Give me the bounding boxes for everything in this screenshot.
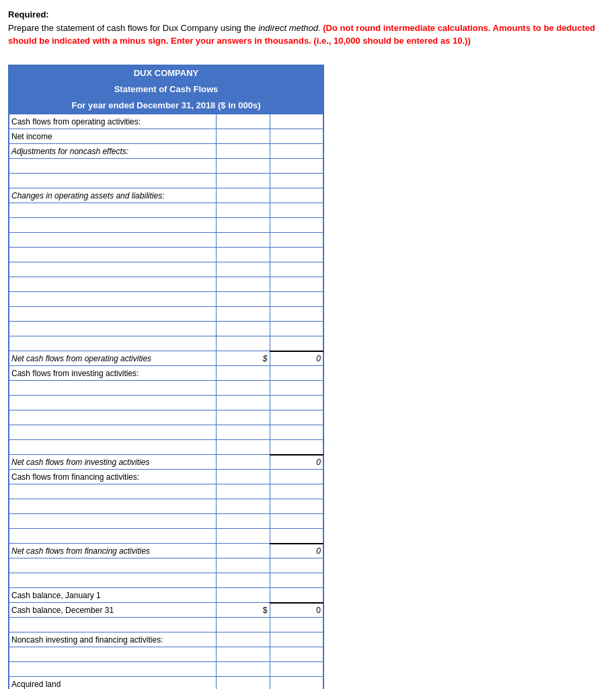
- changes-label-2[interactable]: [9, 218, 217, 233]
- adjustment-label-2[interactable]: [9, 174, 217, 188]
- cash-balance-jan-input[interactable]: [217, 588, 270, 603]
- financing-label-2[interactable]: [9, 499, 217, 514]
- acquired-land-input[interactable]: [217, 677, 270, 689]
- investing-header-input[interactable]: [217, 366, 270, 381]
- financing-input-3[interactable]: [217, 514, 270, 529]
- changes-label-9[interactable]: [9, 322, 217, 336]
- adjustment-label-field-2[interactable]: [11, 174, 214, 188]
- changes-input-8[interactable]: [217, 307, 270, 322]
- changes-field-3[interactable]: [219, 233, 267, 247]
- changes-input-3[interactable]: [217, 233, 270, 248]
- blank-val-1[interactable]: [219, 558, 267, 573]
- changes-label-field-2[interactable]: [11, 218, 214, 232]
- investing-input-2[interactable]: [217, 396, 270, 410]
- changes-label-3[interactable]: [9, 233, 217, 248]
- acquired-land-field[interactable]: [219, 677, 267, 689]
- changes-header-field[interactable]: [219, 188, 267, 203]
- financing-label-3[interactable]: [9, 514, 217, 529]
- changes-input-9[interactable]: [217, 322, 270, 336]
- blank-input-3[interactable]: [217, 618, 270, 632]
- changes-field-6[interactable]: [219, 277, 267, 291]
- changes-label-8[interactable]: [9, 307, 217, 322]
- financing-input-1[interactable]: [217, 484, 270, 499]
- changes-label-field-8[interactable]: [11, 307, 214, 321]
- changes-field-7[interactable]: [219, 292, 267, 306]
- changes-label-field-5[interactable]: [11, 262, 214, 277]
- changes-label-10[interactable]: [9, 336, 217, 351]
- operating-header-input1-field[interactable]: [219, 114, 267, 129]
- changes-input-7[interactable]: [217, 292, 270, 307]
- changes-label-field-1[interactable]: [11, 203, 214, 217]
- noncash-header-field[interactable]: [219, 632, 267, 647]
- financing-label-4[interactable]: [9, 529, 217, 544]
- financing-label-field-4[interactable]: [11, 529, 214, 543]
- adjustments-header-field[interactable]: [219, 144, 267, 158]
- adjustment-input-1[interactable]: [217, 159, 270, 174]
- cash-balance-jan-field[interactable]: [219, 588, 267, 602]
- blank-field-1[interactable]: [11, 558, 214, 573]
- financing-field-4[interactable]: [219, 529, 267, 543]
- changes-field-2[interactable]: [219, 218, 267, 232]
- changes-input-10[interactable]: [217, 336, 270, 351]
- investing-field-2[interactable]: [219, 396, 267, 410]
- investing-field-1[interactable]: [219, 381, 267, 395]
- financing-field-1[interactable]: [219, 484, 267, 499]
- noncash-label-1[interactable]: [9, 647, 217, 662]
- investing-input-4[interactable]: [217, 425, 270, 440]
- investing-header-field[interactable]: [219, 366, 267, 380]
- changes-field-9[interactable]: [219, 322, 267, 336]
- investing-input-5[interactable]: [217, 440, 270, 455]
- noncash-header-input[interactable]: [217, 632, 270, 647]
- noncash-label-2[interactable]: [9, 662, 217, 677]
- investing-label-field-1[interactable]: [11, 381, 214, 395]
- financing-field-3[interactable]: [219, 514, 267, 528]
- blank-field-3[interactable]: [11, 618, 214, 632]
- changes-label-field-3[interactable]: [11, 233, 214, 247]
- investing-label-field-5[interactable]: [11, 440, 214, 454]
- adjustment-field-2[interactable]: [219, 174, 267, 188]
- investing-label-1[interactable]: [9, 381, 217, 396]
- financing-label-field-1[interactable]: [11, 484, 214, 499]
- adjustment-label-field-1[interactable]: [11, 159, 214, 173]
- adjustment-label-1[interactable]: [9, 159, 217, 174]
- blank-val-3[interactable]: [219, 618, 267, 632]
- noncash-input-2[interactable]: [217, 662, 270, 677]
- changes-label-field-4[interactable]: [11, 248, 214, 262]
- adjustment-field-1[interactable]: [219, 159, 267, 173]
- changes-label-4[interactable]: [9, 248, 217, 262]
- investing-label-3[interactable]: [9, 410, 217, 425]
- changes-input-2[interactable]: [217, 218, 270, 233]
- financing-input-2[interactable]: [217, 499, 270, 514]
- changes-input-1[interactable]: [217, 203, 270, 218]
- blank-val-2[interactable]: [219, 573, 267, 587]
- changes-label-field-7[interactable]: [11, 292, 214, 306]
- financing-input-4[interactable]: [217, 529, 270, 544]
- financing-label-field-2[interactable]: [11, 499, 214, 513]
- changes-label-7[interactable]: [9, 292, 217, 307]
- financing-label-field-3[interactable]: [11, 514, 214, 528]
- changes-field-8[interactable]: [219, 307, 267, 321]
- net-income-input[interactable]: [217, 129, 270, 144]
- financing-header-input[interactable]: [217, 470, 270, 484]
- blank-label-3[interactable]: [9, 618, 217, 632]
- operating-header-input1[interactable]: [217, 114, 270, 129]
- blank-label-1[interactable]: [9, 558, 217, 573]
- changes-label-6[interactable]: [9, 277, 217, 292]
- adjustments-header-input[interactable]: [217, 144, 270, 159]
- investing-field-4[interactable]: [219, 425, 267, 439]
- noncash-input-1[interactable]: [217, 647, 270, 662]
- blank-input-2[interactable]: [217, 573, 270, 588]
- noncash-field-2[interactable]: [219, 662, 267, 676]
- investing-label-4[interactable]: [9, 425, 217, 440]
- changes-field-5[interactable]: [219, 262, 267, 277]
- investing-input-3[interactable]: [217, 410, 270, 425]
- investing-label-field-3[interactable]: [11, 410, 214, 425]
- investing-field-3[interactable]: [219, 410, 267, 425]
- investing-label-field-2[interactable]: [11, 396, 214, 410]
- changes-field-10[interactable]: [219, 336, 267, 351]
- investing-label-2[interactable]: [9, 396, 217, 410]
- changes-label-5[interactable]: [9, 262, 217, 277]
- changes-header-input[interactable]: [217, 188, 270, 203]
- adjustment-input-2[interactable]: [217, 174, 270, 188]
- financing-field-2[interactable]: [219, 499, 267, 513]
